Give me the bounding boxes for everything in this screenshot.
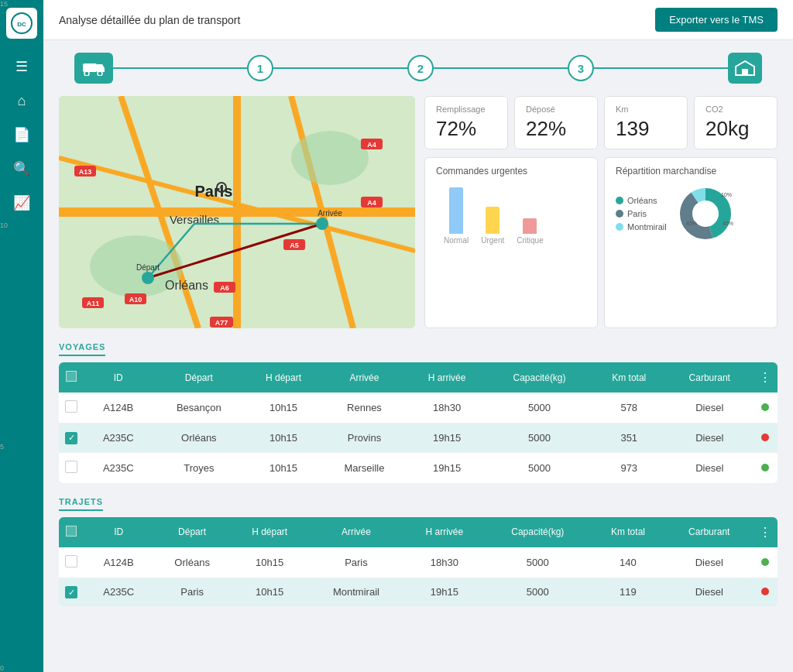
th-menu-voyages[interactable]: ⋮ [753, 362, 778, 393]
svg-text:A10: A10 [129, 296, 142, 303]
voyages-tbody: A124BBesançon10h15Rennes18h305000578Dies… [59, 393, 778, 483]
row-checkbox[interactable] [65, 555, 77, 567]
truck-icon [74, 53, 113, 84]
th-capacite-voyages: Capacité(kg) [487, 362, 592, 393]
main-content: Analyse détaillée du plan de transport E… [43, 0, 793, 672]
stat-co2: CO2 20kg [694, 96, 778, 149]
row-checkbox[interactable] [65, 461, 77, 473]
chart-icon[interactable]: 📈 [8, 189, 36, 217]
svg-text:A4: A4 [367, 199, 376, 207]
table-row[interactable]: A124BOrléans10h15Paris18h305000140Diesel [59, 547, 778, 578]
table-row[interactable]: ✓A235COrléans10h15Provins19h155000351Die… [59, 423, 778, 453]
svg-text:45%: 45% [686, 221, 697, 226]
bar-critique: Critique [517, 218, 543, 245]
row-checkbox[interactable]: ✓ [65, 586, 77, 598]
th-menu-trajets[interactable]: ⋮ [753, 517, 778, 547]
depose-label: Déposé [526, 105, 586, 114]
legend-dot-orleans [616, 197, 623, 204]
step-1: 1 [247, 55, 273, 81]
step-3: 3 [568, 55, 594, 81]
svg-point-5 [98, 71, 102, 76]
charts-row: Commandes urgentes 15 10 5 0 [424, 157, 778, 328]
legend-montmirail: Montmirail [616, 222, 667, 231]
voyages-label: VOYAGES [59, 342, 105, 356]
table-row[interactable]: ✓A235CParis10h15Montmirail19h155000119Di… [59, 578, 778, 606]
svg-point-4 [84, 71, 89, 76]
th-arrivee-trajets: Arrivée [308, 517, 403, 547]
co2-value: 20kg [705, 117, 766, 141]
svg-text:A77: A77 [215, 319, 228, 327]
progress-line-1 [113, 67, 247, 69]
trajets-table: ID Départ H départ Arrivée H arrivée Cap… [59, 517, 778, 607]
svg-point-41 [142, 272, 154, 284]
donut-container: Orléans Paris Montmirail [616, 183, 766, 245]
table-row[interactable]: A235CTroyes10h15Marseille19h155000973Die… [59, 452, 778, 483]
export-button[interactable]: Exporter vers le TMS [655, 8, 778, 32]
depose-value: 22% [526, 117, 586, 141]
km-value: 139 [616, 117, 676, 141]
th-arrivee-voyages: Arrivée [322, 362, 407, 393]
th-carburant-trajets: Carburant [666, 517, 753, 547]
stat-km: Km 139 [604, 96, 688, 149]
th-checkbox-trajets[interactable] [59, 517, 84, 547]
progress-line-2 [273, 67, 407, 69]
map: A13 A4 A4 A11 A10 A6 A5 A77 Pari [59, 96, 415, 328]
th-checkbox-voyages[interactable] [59, 362, 84, 393]
stats-panel: Remplissage 72% Déposé 22% Km 139 CO2 20… [424, 96, 778, 328]
status-dot [761, 588, 769, 595]
km-label: Km [616, 105, 676, 114]
th-depart-voyages: Départ [153, 362, 245, 393]
stat-remplissage: Remplissage 72% [424, 96, 508, 149]
th-id-voyages: ID [84, 362, 153, 393]
document-icon[interactable]: 📄 [8, 121, 36, 149]
voyages-table: ID Départ H départ Arrivée H arrivée Cap… [59, 362, 778, 483]
bar-urgent: Urgent [481, 207, 504, 245]
svg-text:Paris: Paris [195, 183, 233, 200]
stat-depose: Déposé 22% [514, 96, 598, 149]
table-row[interactable]: A124BBesançon10h15Rennes18h305000578Dies… [59, 393, 778, 423]
donut-legend: Orléans Paris Montmirail [616, 196, 667, 231]
trajets-label: TRAJETS [59, 497, 103, 511]
svg-point-37 [220, 186, 223, 189]
progress-line-4 [594, 67, 728, 69]
page-title: Analyse détaillée du plan de transport [59, 14, 240, 26]
home-icon[interactable]: ⌂ [8, 87, 36, 115]
svg-point-43 [316, 218, 328, 230]
svg-text:A13: A13 [79, 168, 92, 176]
donut-svg: 10% 45% 45% [675, 183, 736, 245]
trajets-tbody: A124BOrléans10h15Paris18h305000140Diesel… [59, 547, 778, 607]
legend-dot-paris [616, 210, 623, 218]
menu-icon[interactable]: ☰ [8, 53, 36, 81]
status-dot [761, 558, 769, 566]
search-icon[interactable]: 🔍 [8, 155, 36, 183]
header: Analyse détaillée du plan de transport E… [43, 0, 793, 40]
co2-label: CO2 [705, 105, 766, 114]
th-id-trajets: ID [84, 517, 153, 547]
remplissage-value: 72% [436, 117, 496, 141]
th-harrivee-trajets: H arrivée [403, 517, 485, 547]
svg-text:10%: 10% [721, 192, 732, 197]
legend-orleans: Orléans [616, 196, 667, 205]
th-km-trajets: Km total [590, 517, 665, 547]
bar-chart: Normal Urgent Critique [436, 183, 551, 245]
th-harrivee-voyages: H arrivée [407, 362, 487, 393]
legend-paris: Paris [616, 209, 667, 218]
progress-bar: 1 2 3 [59, 53, 778, 84]
bar-chart-card: Commandes urgentes 15 10 5 0 [424, 157, 598, 328]
trajets-header-row: ID Départ H départ Arrivée H arrivée Cap… [59, 517, 778, 547]
warehouse-icon [728, 53, 762, 84]
logo: DC [6, 8, 37, 39]
th-capacite-trajets: Capacité(kg) [485, 517, 590, 547]
remplissage-label: Remplissage [436, 105, 496, 114]
donut-chart-card: Répartition marchandise Orléans Paris [604, 157, 778, 328]
svg-text:Orléans: Orléans [165, 279, 208, 292]
voyages-header-row: ID Départ H départ Arrivée H arrivée Cap… [59, 362, 778, 393]
voyages-section: VOYAGES ID Départ H départ Arrivée H arr… [59, 339, 778, 483]
status-dot [761, 434, 769, 441]
row-checkbox[interactable]: ✓ [65, 432, 77, 444]
map-svg: A13 A4 A4 A11 A10 A6 A5 A77 Pari [59, 96, 415, 328]
svg-text:A6: A6 [220, 284, 229, 292]
row-checkbox[interactable] [65, 400, 77, 413]
svg-text:A4: A4 [367, 141, 376, 149]
status-dot [761, 464, 769, 471]
